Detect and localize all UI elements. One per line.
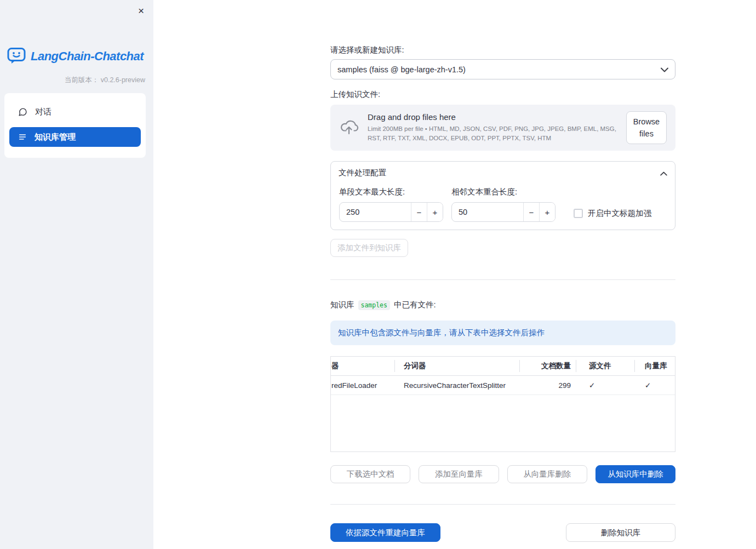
kb-select-label: 请选择或新建知识库:	[330, 45, 675, 55]
download-selected-button[interactable]: 下载选中文档	[330, 465, 410, 483]
file-actions-row: 下载选中文档 添加至向量库 从向量库删除 从知识库中删除	[330, 465, 675, 483]
kb-select-value: samples (faiss @ bge-large-zh-v1.5)	[337, 65, 466, 74]
zh-title-enhance-field: 开启中文标题加强	[574, 187, 651, 222]
chevron-up-icon	[660, 169, 667, 178]
column-header-loader: 器	[331, 357, 394, 375]
column-header-source-file: 源文件	[576, 357, 634, 375]
list-icon	[18, 133, 27, 141]
browse-files-button[interactable]: Browse files	[626, 111, 667, 145]
sidebar-menu: 对话 知识库管理	[4, 93, 146, 158]
dropzone-title: Drag and drop files here	[368, 112, 617, 122]
overlap-size-increment-button[interactable]: +	[539, 203, 555, 221]
expander-body: 单段文本最大长度: 250 − + 相邻文本重合长度: 50 − + 开启中文标…	[331, 182, 675, 230]
delete-from-kb-button[interactable]: 从知识库中删除	[595, 465, 675, 483]
version-label: 当前版本： v0.2.6-preview	[65, 76, 145, 85]
overlap-size-input: 50 − +	[451, 202, 555, 222]
cloud-upload-icon	[339, 119, 359, 137]
table-header-row: 器 分词器 文档数量 源文件 向量库	[331, 357, 675, 376]
section-divider	[330, 504, 675, 505]
zh-title-enhance-label[interactable]: 开启中文标题加强	[588, 208, 651, 219]
upload-label: 上传知识文件:	[330, 89, 675, 100]
add-files-button[interactable]: 添加文件到知识库	[330, 239, 408, 257]
sidebar-item-knowledge-base[interactable]: 知识库管理	[9, 127, 141, 147]
chat-bubble-icon	[18, 107, 27, 117]
sidebar-close-button[interactable]: ×	[136, 3, 146, 18]
overlap-size-label: 相邻文本重合长度:	[451, 187, 555, 197]
cell-loader: redFileLoader	[331, 376, 394, 394]
info-message: 知识库中包含源文件与向量库，请从下表中选择文件后操作	[330, 321, 675, 345]
chunk-size-label: 单段文本最大长度:	[339, 187, 443, 197]
cell-vector-store-check: ✓	[634, 376, 675, 394]
kb-name-code: samples	[358, 300, 390, 310]
chunk-size-value[interactable]: 250	[340, 203, 411, 221]
expander-title: 文件处理配置	[339, 168, 386, 178]
sidebar-item-label: 对话	[35, 107, 51, 117]
file-dropzone[interactable]: Drag and drop files here Limit 200MB per…	[330, 105, 675, 151]
file-config-expander: 文件处理配置 单段文本最大长度: 250 − + 相邻文本重合长度: 50	[330, 161, 675, 230]
table-row[interactable]: redFileLoader RecursiveCharacterTextSpli…	[331, 376, 675, 395]
overlap-size-decrement-button[interactable]: −	[523, 203, 539, 221]
sidebar-item-label: 知识库管理	[35, 132, 76, 142]
app-logo: LangChain-Chatchat	[7, 47, 144, 66]
chevron-down-icon	[661, 65, 668, 74]
main-content: 请选择或新建知识库: samples (faiss @ bge-large-zh…	[330, 0, 675, 542]
dropzone-text: Drag and drop files here Limit 200MB per…	[368, 112, 617, 142]
files-table[interactable]: 器 分词器 文档数量 源文件 向量库 redFileLoader Recursi…	[330, 356, 675, 452]
remove-from-vector-store-button[interactable]: 从向量库删除	[507, 465, 587, 483]
kb-files-prefix: 知识库	[330, 300, 354, 310]
zh-title-enhance-checkbox[interactable]	[574, 209, 583, 218]
chunk-size-input: 250 − +	[339, 202, 443, 222]
cell-doc-count: 299	[519, 376, 576, 394]
langchain-chatchat-logo-icon	[7, 47, 26, 66]
chunk-size-decrement-button[interactable]: −	[411, 203, 427, 221]
kb-files-suffix: 中已有文件:	[394, 300, 436, 310]
section-divider	[330, 279, 675, 280]
expander-header[interactable]: 文件处理配置	[331, 162, 675, 182]
sidebar: × LangChain-Chatchat 当前版本： v0.2.6-previe…	[0, 0, 153, 549]
sidebar-item-dialogue[interactable]: 对话	[9, 102, 141, 122]
delete-kb-button[interactable]: 删除知识库	[566, 523, 675, 542]
dropzone-limits: Limit 200MB per file • HTML, MD, JSON, C…	[368, 124, 617, 142]
kb-files-heading: 知识库 samples 中已有文件:	[330, 300, 675, 310]
cell-splitter: RecursiveCharacterTextSplitter	[394, 376, 519, 394]
column-header-doc-count: 文档数量	[519, 357, 576, 375]
rebuild-vector-store-button[interactable]: 依据源文件重建向量库	[330, 523, 440, 542]
kb-select[interactable]: samples (faiss @ bge-large-zh-v1.5)	[330, 59, 675, 79]
app-logo-text: LangChain-Chatchat	[31, 49, 144, 64]
add-to-vector-store-button[interactable]: 添加至向量库	[419, 465, 499, 483]
column-header-vector-store: 向量库	[634, 357, 675, 375]
footer-actions: 依据源文件重建向量库 删除知识库	[330, 523, 675, 542]
chunk-size-increment-button[interactable]: +	[427, 203, 443, 221]
overlap-size-value[interactable]: 50	[452, 203, 523, 221]
overlap-size-field: 相邻文本重合长度: 50 − +	[451, 187, 555, 222]
chunk-size-field: 单段文本最大长度: 250 − +	[339, 187, 443, 222]
cell-source-file-check: ✓	[576, 376, 634, 394]
column-header-splitter: 分词器	[394, 357, 519, 375]
